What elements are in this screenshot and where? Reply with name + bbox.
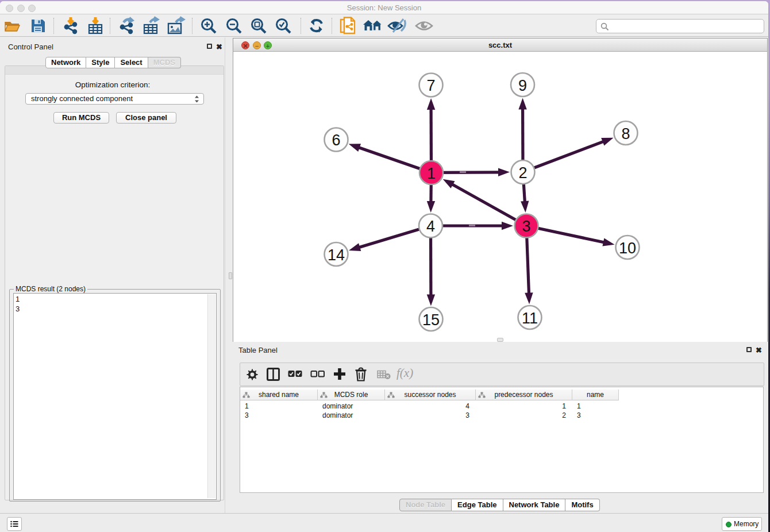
select-all[interactable] — [288, 370, 302, 377]
svg-text:10: 10 — [619, 240, 636, 257]
col-mcds-role: MCDS role — [318, 390, 385, 400]
svg-text:7: 7 — [426, 77, 435, 94]
svg-text:11: 11 — [522, 310, 538, 327]
svg-text:9: 9 — [518, 77, 527, 94]
r1-succ: 4 — [385, 402, 469, 411]
zoom-fit-icon[interactable] — [250, 17, 267, 34]
table-panel-float[interactable] — [746, 347, 752, 352]
table-panel-close[interactable]: ✖ — [756, 348, 762, 353]
show-icon[interactable] — [415, 20, 433, 32]
refresh-icon[interactable] — [308, 17, 325, 34]
main-window: Session: New Session — [0, 1, 768, 532]
save-icon[interactable] — [30, 18, 46, 34]
col-name: name — [572, 390, 619, 400]
function-builder: f(x) — [396, 366, 413, 380]
open-icon[interactable] — [4, 18, 21, 34]
tab-motifs[interactable]: Motifs — [565, 499, 599, 511]
table-settings[interactable] — [246, 368, 259, 381]
network-from-selection-icon[interactable] — [339, 17, 357, 36]
mcds-result: MCDS result (2 nodes) 13 — [9, 289, 221, 502]
table-panel: Table Panel ✖ — [233, 342, 768, 513]
network-frame-titlebar: ✕ – + scc.txt — [233, 38, 767, 52]
status-bar: Memory — [0, 513, 768, 532]
memory-button[interactable]: Memory — [722, 517, 762, 531]
node-table: shared name MCDS role successor nodes pr… — [240, 387, 764, 493]
delete-column[interactable] — [355, 367, 367, 381]
r1-name: 1 — [577, 402, 581, 411]
svg-text:6: 6 — [332, 132, 340, 149]
tab-edge-table[interactable]: Edge Table — [452, 499, 503, 511]
home-icon[interactable] — [363, 19, 383, 33]
close-panel-button[interactable]: Close panel — [116, 112, 176, 124]
svg-text:4: 4 — [426, 218, 435, 235]
vertical-splitter[interactable] — [229, 272, 232, 279]
zoom-out-icon[interactable] — [225, 17, 242, 34]
deselect-all[interactable] — [310, 370, 325, 377]
export-network-icon[interactable] — [118, 17, 135, 35]
import-network-icon[interactable] — [62, 17, 79, 35]
status-list-button[interactable] — [7, 517, 22, 531]
network-title: scc.txt — [233, 41, 767, 49]
import-table-icon[interactable] — [86, 17, 105, 35]
col-successor: successor nodes — [385, 390, 476, 400]
window-title: Session: New Session — [0, 3, 768, 12]
r1-shared: 1 — [245, 402, 249, 411]
tab-network-table[interactable]: Network Table — [503, 499, 566, 511]
r2-succ: 3 — [385, 411, 469, 420]
hide-icon[interactable] — [387, 18, 407, 33]
control-panel-float[interactable] — [207, 44, 212, 49]
tab-node-table[interactable]: Node Table — [399, 499, 452, 511]
r2-shared: 3 — [245, 411, 249, 420]
control-panel-title: Control Panel — [8, 43, 53, 51]
network-frame: ✕ – + scc.txt — [233, 38, 768, 342]
svg-text:2: 2 — [518, 164, 527, 182]
control-panel-close[interactable]: ✖ — [216, 44, 222, 50]
run-mcds-button[interactable]: Run MCDS — [53, 112, 109, 124]
titlebar: Session: New Session — [0, 1, 768, 14]
r1-pred: 1 — [476, 402, 566, 411]
search-field[interactable] — [596, 19, 764, 33]
export-table-icon[interactable] — [142, 16, 160, 35]
table-toolbar: f(x) — [240, 363, 764, 386]
col-shared-name: shared name — [240, 390, 318, 400]
r2-name: 3 — [577, 411, 581, 420]
toolbar — [0, 15, 768, 37]
criterion-select[interactable]: strongly connected component — [25, 93, 204, 105]
svg-text:14: 14 — [328, 246, 345, 264]
table-columns[interactable] — [267, 368, 280, 381]
zoom-selected-icon[interactable] — [275, 17, 292, 34]
r1-role: dominator — [322, 402, 353, 411]
zoom-in-icon[interactable] — [200, 17, 217, 34]
r2-pred: 2 — [476, 411, 566, 420]
svg-text:3: 3 — [522, 218, 530, 235]
svg-text:15: 15 — [422, 311, 440, 329]
delete-table[interactable] — [377, 370, 391, 380]
mcds-panel: Optimization criterion: strongly connect… — [0, 65, 225, 500]
control-panel: Control Panel ✖ Network Style Select MCD… — [0, 37, 225, 513]
svg-text:8: 8 — [621, 125, 630, 142]
svg-text:1: 1 — [427, 165, 436, 182]
horizontal-splitter[interactable] — [497, 338, 503, 342]
cytoscape-session-window: Session: New Session — [0, 0, 770, 532]
network-canvas: 7 9 6 8 1 2 4 3 14 10 15 11 — [233, 52, 767, 342]
r2-role: dominator — [322, 411, 353, 420]
add-column[interactable] — [333, 367, 346, 381]
col-predecessor: predecessor nodes — [476, 390, 572, 400]
table-tabs: Node Table Edge Table Network Table Moti… — [399, 499, 600, 511]
table-panel-title: Table Panel — [238, 346, 278, 354]
export-image-icon[interactable] — [167, 16, 186, 35]
